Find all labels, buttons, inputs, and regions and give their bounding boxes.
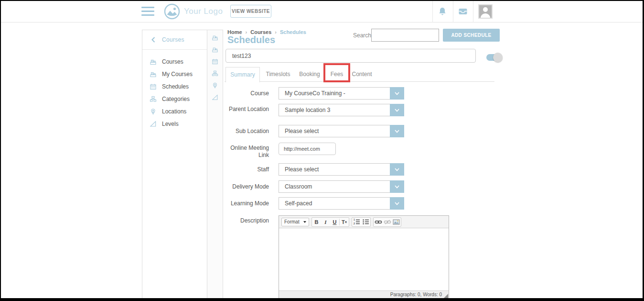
- tab-timeslots[interactable]: Timeslots: [262, 67, 294, 82]
- dropdown-button[interactable]: [390, 125, 404, 137]
- header-divider: [473, 0, 473, 22]
- image-button[interactable]: [392, 218, 401, 226]
- rail-item-courses[interactable]: [207, 32, 223, 44]
- person-icon: [479, 5, 492, 18]
- levels-icon: [149, 120, 157, 128]
- sidebar-item-levels[interactable]: Levels: [142, 118, 207, 130]
- logo: Your Logo: [164, 3, 223, 20]
- numbered-list-button[interactable]: 12: [352, 218, 361, 226]
- sidebar-menu: Courses My Courses Schedules Categories …: [142, 56, 207, 130]
- tab-fees[interactable]: Fees: [325, 67, 349, 82]
- chevron-down-icon: [395, 109, 399, 112]
- notifications-button[interactable]: [433, 0, 452, 22]
- format-dropdown-label: Format: [284, 219, 300, 224]
- online-meeting-link-input[interactable]: [279, 143, 336, 155]
- chevron-down-icon: [395, 168, 399, 171]
- dropdown-button[interactable]: [390, 87, 404, 100]
- remove-format-button[interactable]: Tx: [340, 218, 349, 226]
- dropdown-button[interactable]: [390, 163, 404, 176]
- bell-icon: [438, 7, 447, 16]
- staff-select[interactable]: Please select: [279, 163, 404, 176]
- sidebar-back-courses[interactable]: Courses: [142, 30, 207, 50]
- sidebar-item-my-courses[interactable]: My Courses: [142, 68, 207, 80]
- locations-icon: [149, 108, 157, 115]
- field-label-delivery-mode: Delivery Mode: [225, 183, 269, 190]
- field-label-description: Description: [225, 217, 269, 224]
- remove-format-x: x: [345, 220, 347, 224]
- rail-item-categories[interactable]: [207, 67, 223, 79]
- logo-icon: [164, 3, 180, 20]
- search-input[interactable]: [371, 29, 439, 42]
- view-website-button[interactable]: VIEW WEBSITE: [230, 5, 271, 18]
- sidebar-item-label: Schedules: [162, 83, 189, 90]
- courses-icon: [149, 58, 157, 66]
- svg-text:2: 2: [354, 222, 355, 225]
- italic-button[interactable]: I: [321, 218, 330, 226]
- calendar-icon: [149, 83, 157, 90]
- editor-body[interactable]: [279, 228, 449, 290]
- logo-text: Your Logo: [184, 7, 223, 16]
- field-label-parent-location: Parent Location: [225, 106, 269, 113]
- sidebar-item-schedules[interactable]: Schedules: [142, 80, 207, 93]
- add-schedule-button[interactable]: ADD SCHEDULE: [443, 29, 500, 42]
- sub-location-select[interactable]: Please select: [279, 125, 404, 137]
- schedule-name-input[interactable]: [225, 49, 476, 63]
- remove-format-t: T: [342, 219, 345, 225]
- inbox-icon: [458, 8, 468, 15]
- tab-summary[interactable]: Summary: [225, 67, 260, 82]
- dropdown-button[interactable]: [390, 197, 404, 210]
- locations-icon: [211, 82, 219, 89]
- link-button[interactable]: [374, 218, 383, 226]
- field-label-sub-location: Sub Location: [225, 128, 269, 135]
- sidebar-item-categories[interactable]: Categories: [142, 93, 207, 105]
- course-select[interactable]: My CourseCo Training -: [279, 87, 404, 100]
- parent-location-select[interactable]: Sample location 3: [279, 104, 404, 116]
- sidebar-item-locations[interactable]: Locations: [142, 105, 207, 118]
- sidebar-item-label: Locations: [162, 108, 186, 115]
- unlink-icon: [384, 219, 391, 225]
- link-icon: [375, 219, 382, 225]
- chevron-left-icon: [151, 37, 155, 43]
- rail-item-my-courses[interactable]: [207, 44, 223, 56]
- svg-text:1: 1: [354, 219, 355, 221]
- tab-booking[interactable]: Booking: [295, 67, 324, 82]
- inbox-button[interactable]: [453, 0, 472, 22]
- insert-group: [373, 217, 401, 227]
- field-label-staff: Staff: [225, 166, 269, 173]
- levels-icon: [211, 94, 219, 101]
- learning-mode-select[interactable]: Self-paced: [279, 197, 404, 210]
- description-richtext-editor: Format B I U Tx 12: [279, 215, 449, 299]
- categories-icon: [149, 95, 157, 103]
- dropdown-button[interactable]: [390, 104, 404, 116]
- courses-icon: [211, 46, 219, 53]
- editor-statusbar: Paragraphs: 0, Words: 0: [279, 290, 449, 299]
- active-toggle[interactable]: [486, 51, 504, 64]
- chevron-down-icon: [395, 92, 399, 95]
- tab-content[interactable]: Content: [349, 67, 375, 82]
- editor-toolbar: Format B I U Tx 12: [279, 216, 449, 228]
- sidebar: Courses Courses My Courses Schedules Cat…: [142, 30, 207, 298]
- sidebar-item-courses[interactable]: Courses: [142, 56, 207, 68]
- calendar-icon: [211, 58, 219, 65]
- caret-down-icon: [303, 221, 306, 223]
- avatar[interactable]: [478, 4, 493, 19]
- courses-icon: [149, 70, 157, 78]
- rail-item-schedules[interactable]: [207, 56, 223, 67]
- format-dropdown[interactable]: Format: [281, 218, 309, 226]
- bulleted-list-button[interactable]: [361, 218, 370, 226]
- bulleted-list-icon: [362, 219, 369, 225]
- dropdown-button[interactable]: [390, 180, 404, 193]
- delivery-mode-select[interactable]: Classroom: [279, 180, 404, 193]
- staff-select-value: Please select: [279, 163, 390, 176]
- editor-resize-handle[interactable]: [444, 294, 448, 298]
- editor-word-count: Paragraphs: 0, Words: 0: [390, 292, 442, 297]
- rail-item-levels[interactable]: [207, 91, 223, 103]
- underline-button[interactable]: U: [330, 218, 339, 226]
- list-group: 12: [352, 217, 371, 227]
- bold-button[interactable]: B: [312, 218, 321, 226]
- unlink-button[interactable]: [383, 218, 392, 226]
- course-select-value: My CourseCo Training -: [279, 87, 390, 100]
- rail-item-locations[interactable]: [207, 79, 223, 91]
- toggle-knob: [493, 53, 503, 62]
- hamburger-menu-icon[interactable]: [141, 7, 154, 16]
